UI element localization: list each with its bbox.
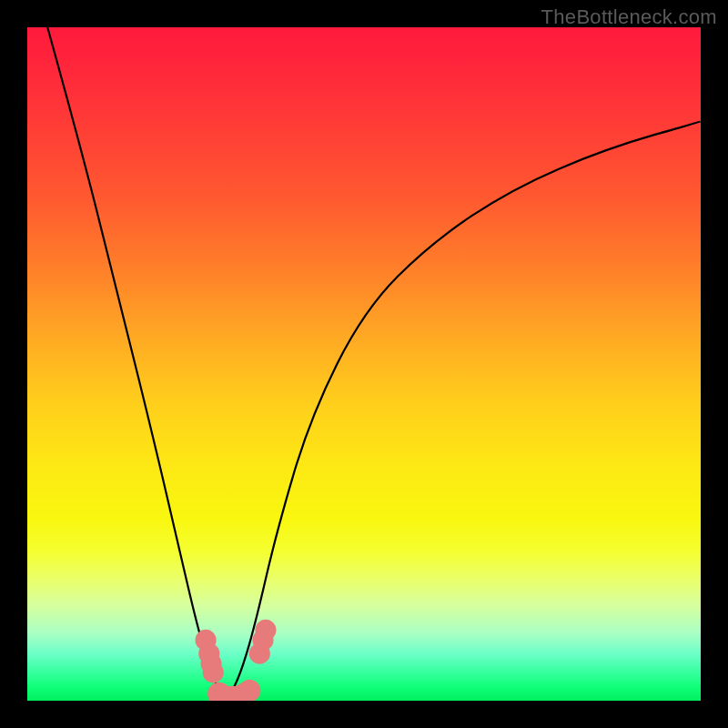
chart-plot-area bbox=[27, 27, 701, 701]
curve-marker bbox=[252, 630, 273, 651]
curve-marker bbox=[249, 643, 270, 664]
curve-markers bbox=[196, 620, 277, 701]
curve-marker bbox=[200, 653, 221, 674]
curve-marker bbox=[228, 685, 251, 701]
curve-marker bbox=[233, 682, 255, 701]
watermark-text: TheBottleneck.com bbox=[541, 5, 717, 29]
curve-marker bbox=[220, 686, 246, 701]
curve-marker bbox=[203, 662, 224, 682]
curve-marker bbox=[238, 680, 260, 701]
curve-marker bbox=[207, 682, 231, 701]
curve-marker bbox=[255, 620, 276, 641]
curve-marker bbox=[196, 630, 217, 651]
curve-marker bbox=[198, 643, 219, 664]
curve-marker bbox=[213, 686, 238, 701]
chart-svg bbox=[27, 27, 701, 701]
bottleneck-curve bbox=[47, 27, 701, 697]
